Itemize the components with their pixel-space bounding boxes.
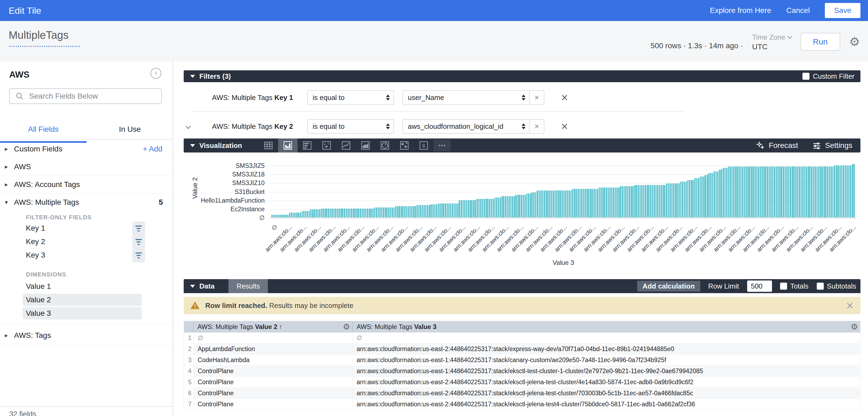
chart-bar[interactable]	[354, 209, 356, 217]
chart-bar[interactable]	[579, 189, 581, 217]
chart-bar[interactable]	[593, 189, 595, 217]
chart-bar[interactable]	[627, 186, 628, 217]
chart-bar[interactable]	[360, 209, 361, 217]
sidebar-item-aws-account-tags[interactable]: ▸ AWS: Account Tags	[0, 176, 173, 194]
cell-value3[interactable]: arn:aws:cloudformation:us-east-1:4486402…	[353, 354, 860, 366]
chart-bar[interactable]	[590, 189, 591, 217]
subtotals-checkbox[interactable]	[817, 283, 824, 290]
chart-bar[interactable]	[466, 200, 467, 217]
chart-bar[interactable]	[459, 200, 460, 217]
chart-bar[interactable]	[604, 187, 605, 217]
chart-bar[interactable]	[643, 185, 644, 217]
cell-value3[interactable]: arn:aws:cloudformation:us-east-2:4486402…	[353, 344, 860, 354]
chart-bar[interactable]	[801, 167, 802, 217]
chart-bar[interactable]	[662, 185, 664, 217]
chart-bar[interactable]	[822, 167, 823, 217]
chart-bar[interactable]	[781, 167, 782, 217]
chart-bar[interactable]	[670, 183, 671, 217]
chart-bar[interactable]	[310, 209, 312, 217]
chart-bar[interactable]	[549, 190, 551, 217]
chart-bar[interactable]	[510, 196, 512, 217]
chart-bar[interactable]	[294, 213, 296, 217]
chart-bar[interactable]	[537, 190, 538, 217]
chart-bar[interactable]	[657, 185, 658, 217]
chart-bar[interactable]	[461, 200, 462, 217]
chart-bar[interactable]	[820, 167, 822, 217]
cell-value3[interactable]: arn:aws:cloudformation:us-east-2:4486402…	[353, 388, 860, 398]
chart-bar[interactable]	[786, 167, 787, 217]
chart-bar[interactable]	[321, 209, 322, 217]
chevron-down-icon[interactable]	[186, 124, 191, 129]
cell-value2[interactable]: ControlPlane	[194, 399, 353, 410]
filter-icon[interactable]	[132, 248, 145, 263]
chart-bar[interactable]	[726, 168, 727, 217]
chart-bar[interactable]	[555, 190, 556, 217]
chart-bar[interactable]	[381, 207, 382, 217]
chart-bar[interactable]	[754, 167, 756, 217]
chart-bar[interactable]	[275, 215, 276, 217]
chart-bar[interactable]	[632, 186, 633, 217]
chart-bar[interactable]	[735, 167, 736, 217]
chart-bar[interactable]	[730, 167, 731, 217]
chart-bar[interactable]	[615, 187, 616, 217]
chart-bar[interactable]	[673, 183, 674, 217]
chart-bar[interactable]	[609, 187, 611, 217]
chart-bar[interactable]	[544, 190, 545, 217]
data-section-header[interactable]: Data Results Add calculation Row Limit T…	[184, 279, 861, 293]
chart-bar[interactable]	[416, 205, 418, 217]
chart-bar[interactable]	[588, 189, 589, 217]
chart-bar[interactable]	[464, 200, 466, 217]
chart-bar[interactable]	[852, 164, 853, 217]
chart-bar[interactable]	[512, 196, 513, 217]
chart-bar[interactable]	[293, 213, 294, 217]
save-button[interactable]: Save	[825, 3, 861, 18]
chart-bar[interactable]	[439, 203, 441, 217]
chart-bar[interactable]	[378, 207, 379, 217]
chart-bar[interactable]	[568, 190, 570, 217]
chart-bar[interactable]	[404, 206, 405, 218]
chart-bar[interactable]	[528, 194, 529, 217]
chart-bar[interactable]	[762, 167, 763, 217]
chart-bar[interactable]	[556, 190, 558, 217]
chart-bar[interactable]	[287, 215, 289, 217]
chart-bar[interactable]	[624, 186, 625, 217]
chart-bar[interactable]	[553, 190, 554, 217]
tab-all-fields[interactable]: All Fields	[0, 118, 87, 139]
run-button[interactable]: Run	[801, 33, 840, 50]
sidebar-field-value-2[interactable]: Value 2	[23, 294, 142, 306]
chart-bar[interactable]	[802, 167, 804, 217]
chart-bar[interactable]	[595, 189, 597, 217]
chart-bar[interactable]	[788, 167, 789, 217]
chart-bar[interactable]	[516, 195, 517, 217]
tab-in-use[interactable]: In Use	[87, 118, 173, 139]
chart-bar[interactable]	[689, 180, 690, 217]
sidebar-item-aws-tags[interactable]: ▸ AWS: Tags	[0, 326, 173, 344]
chart-bar[interactable]	[517, 195, 519, 217]
cell-value3[interactable]: arn:aws:cloudformation:us-east-2:4486402…	[353, 399, 860, 410]
chart-bar[interactable]	[785, 167, 786, 217]
chart-bar[interactable]	[455, 203, 457, 217]
explore-from-here-button[interactable]: Explore from Here	[710, 6, 771, 15]
chart-bar[interactable]	[273, 215, 275, 217]
chart-bar[interactable]	[772, 167, 774, 217]
chart-bar[interactable]	[429, 205, 430, 217]
chart-bar[interactable]	[523, 195, 524, 217]
field-search-box[interactable]	[9, 89, 162, 104]
filter-icon[interactable]	[132, 235, 145, 249]
chart-bar[interactable]	[666, 183, 667, 217]
chart-bar[interactable]	[316, 209, 317, 217]
close-icon[interactable]: ×	[846, 299, 854, 312]
chart-bar[interactable]	[450, 203, 452, 217]
chart-bar[interactable]	[583, 189, 584, 217]
chart-bar[interactable]	[434, 204, 436, 217]
chart-bar[interactable]	[660, 185, 662, 217]
chart-bar[interactable]	[629, 186, 630, 217]
chart-bar[interactable]	[386, 207, 388, 217]
chart-bar[interactable]	[379, 207, 381, 217]
chart-bar[interactable]	[339, 209, 340, 217]
chart-bar[interactable]	[719, 170, 720, 217]
chart-bar[interactable]	[563, 190, 565, 217]
chart-bar[interactable]	[476, 199, 478, 217]
chart-bar[interactable]	[326, 209, 328, 217]
chart-bar[interactable]	[438, 203, 439, 217]
